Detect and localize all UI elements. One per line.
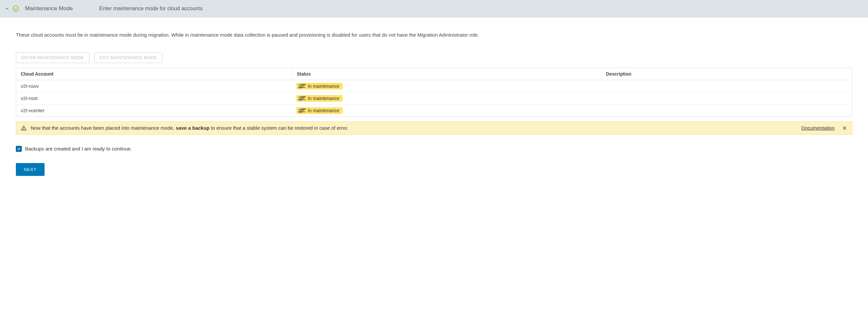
cell-account: v2t-nsxv bbox=[16, 80, 292, 92]
status-label: In maintenance bbox=[308, 84, 339, 89]
table-row[interactable]: v2t-nsxtIn maintenance bbox=[16, 92, 852, 104]
alert-text: Now that the accounts have been placed i… bbox=[31, 125, 797, 131]
close-icon[interactable] bbox=[842, 125, 847, 131]
enter-maintenance-button[interactable]: ENTER MAINTENANCE MODE bbox=[16, 53, 89, 63]
status-badge: In maintenance bbox=[297, 95, 343, 102]
accounts-table: Cloud Account Status Description v2t-nsx… bbox=[16, 68, 852, 117]
exit-maintenance-button[interactable]: EXIT MAINTENANCE MODE bbox=[94, 53, 162, 63]
status-badge: In maintenance bbox=[297, 107, 343, 114]
status-label: In maintenance bbox=[308, 96, 339, 101]
alert-text-suffix: to ensure that a stable system can be re… bbox=[210, 125, 348, 131]
mode-button-row: ENTER MAINTENANCE MODE EXIT MAINTENANCE … bbox=[16, 53, 852, 63]
table-header-account[interactable]: Cloud Account bbox=[16, 68, 292, 80]
status-success-icon bbox=[12, 5, 19, 12]
confirm-checkbox[interactable] bbox=[16, 146, 22, 152]
warning-icon bbox=[21, 125, 27, 131]
cell-account: v2t-vcenter bbox=[16, 104, 292, 117]
alert-text-bold: save a backup bbox=[176, 125, 210, 131]
cell-status: In maintenance bbox=[292, 92, 601, 104]
table-header-status[interactable]: Status bbox=[292, 68, 601, 80]
cell-account: v2t-nsxt bbox=[16, 92, 292, 104]
status-badge: In maintenance bbox=[297, 83, 343, 89]
main-content: These cloud accounts must be in maintena… bbox=[0, 18, 868, 189]
table-row[interactable]: v2t-vcenterIn maintenance bbox=[16, 104, 852, 117]
svg-point-17 bbox=[24, 129, 24, 129]
chevron-down-icon[interactable] bbox=[3, 6, 10, 11]
cell-status: In maintenance bbox=[292, 80, 601, 92]
cell-description bbox=[601, 92, 852, 104]
step-title: Maintenance Mode bbox=[25, 5, 73, 12]
cell-status: In maintenance bbox=[292, 104, 601, 117]
confirm-checkbox-label: Backups are created and I am ready to co… bbox=[25, 146, 132, 152]
cell-description bbox=[601, 80, 852, 92]
confirm-checkbox-row: Backups are created and I am ready to co… bbox=[16, 146, 852, 152]
maintenance-icon bbox=[298, 84, 306, 88]
description-text: These cloud accounts must be in maintena… bbox=[16, 31, 852, 39]
table-header-description[interactable]: Description bbox=[601, 68, 852, 80]
documentation-link[interactable]: Documentation bbox=[801, 125, 835, 131]
maintenance-icon bbox=[298, 96, 306, 101]
svg-point-0 bbox=[13, 6, 19, 11]
info-alert: Now that the accounts have been placed i… bbox=[16, 121, 852, 135]
status-label: In maintenance bbox=[308, 108, 339, 113]
maintenance-icon bbox=[298, 108, 306, 113]
alert-text-prefix: Now that the accounts have been placed i… bbox=[31, 125, 176, 131]
step-subtitle: Enter maintenance mode for cloud account… bbox=[99, 6, 203, 11]
table-row[interactable]: v2t-nsxvIn maintenance bbox=[16, 80, 852, 92]
cell-description bbox=[601, 104, 852, 117]
step-header: Maintenance Mode Enter maintenance mode … bbox=[0, 0, 868, 18]
next-button[interactable]: NEXT bbox=[16, 163, 44, 176]
